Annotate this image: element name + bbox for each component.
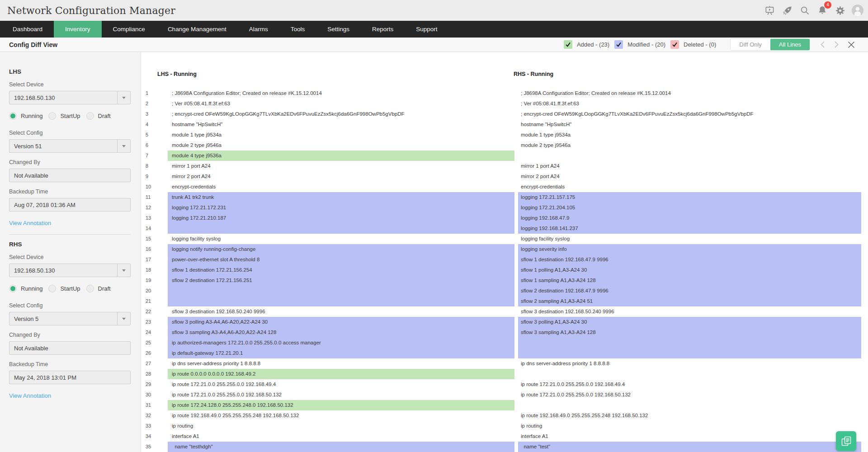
- line-number: 20: [146, 286, 163, 296]
- notification-badge: 4: [824, 1, 831, 9]
- line-number: 29: [146, 379, 163, 390]
- lhs-device-select[interactable]: 192.168.50.130: [9, 91, 131, 104]
- filter-modified-checkbox[interactable]: [614, 40, 623, 49]
- nav-item-tools[interactable]: Tools: [279, 21, 316, 38]
- search-icon[interactable]: [799, 5, 811, 16]
- lhs-radio-running[interactable]: Running: [9, 112, 42, 120]
- line-number: 8: [146, 161, 163, 171]
- rhs-line: sflow 3 sampling A1,A3-A24 128: [518, 327, 861, 338]
- rhs-radio-draft[interactable]: Draft: [86, 285, 111, 292]
- radio-circle: [9, 285, 17, 292]
- diff-fab-button[interactable]: [836, 431, 856, 451]
- diff-row: 13logging 172.21.210.187logging 192.168.…: [141, 213, 868, 223]
- filter-added-checkbox[interactable]: [564, 40, 572, 49]
- nav-item-reports[interactable]: Reports: [361, 21, 405, 38]
- app-window: Network Configuration Manager: [0, 0, 868, 452]
- lhs-backedup-time-value: Aug 07, 2018 01:36 AM: [9, 198, 131, 212]
- filter-deleted-checkbox[interactable]: [670, 40, 679, 49]
- radio-circle: [9, 112, 17, 120]
- rhs-config-type-radios: RunningStartUpDraft: [9, 285, 131, 292]
- line-number: 2: [146, 99, 163, 109]
- diff-row: 32ip route 192.168.49.0 255.255.255.248 …: [141, 410, 868, 421]
- rhs-line: sflow 1 polling A1,A3-A24 30: [518, 265, 861, 275]
- notifications-bell-icon[interactable]: 4: [816, 5, 828, 16]
- diff-row: 33ip routingip routing: [141, 421, 868, 431]
- diff-row: 10encrypt-credentialsencrypt-credentials: [141, 182, 868, 192]
- radio-circle: [48, 285, 56, 292]
- app-title: Network Configuration Manager: [7, 5, 175, 16]
- radio-label: StartUp: [60, 285, 80, 292]
- lhs-line: module 1 type j9534a: [168, 130, 514, 140]
- rhs-line: encrypt-credentials: [518, 182, 861, 192]
- lhs-line: name "testhdgh": [168, 442, 514, 452]
- lhs-radio-startup[interactable]: StartUp: [48, 112, 80, 120]
- nav-item-compliance[interactable]: Compliance: [102, 21, 156, 38]
- nav-item-change-management[interactable]: Change Management: [156, 21, 238, 38]
- diff-row: 27ip dns server-address priority 1 8.8.8…: [141, 358, 868, 369]
- close-icon[interactable]: [844, 41, 859, 49]
- lhs-line: ip route 172.21.0.0 255.255.0.0 192.168.…: [168, 390, 514, 400]
- diff-row: 35 name "testhdgh" name "test": [141, 442, 868, 452]
- lhs-radio-draft[interactable]: Draft: [86, 112, 111, 120]
- rhs-line: sflow 1 sampling A1,A3-A24 128: [518, 275, 861, 286]
- nav-item-support[interactable]: Support: [405, 21, 448, 38]
- nav-item-settings[interactable]: Settings: [316, 21, 361, 38]
- nav-item-alarms[interactable]: Alarms: [238, 21, 279, 38]
- chevron-down-icon: [117, 264, 130, 277]
- diff-row: 31ip route 172.24.128.0 255.255.248.0 19…: [141, 400, 868, 410]
- diff-row: 4hostname "HpSwitcH"hostname "HpSwitcH": [141, 119, 868, 130]
- rhs-radio-running[interactable]: Running: [9, 285, 42, 292]
- diff-row: 7module 4 type j9536a: [141, 151, 868, 161]
- rhs-line: name "test": [518, 442, 861, 452]
- presentation-icon[interactable]: [764, 5, 775, 16]
- rhs-config-select[interactable]: Version 5: [9, 312, 131, 325]
- rhs-line: interface A1: [518, 431, 861, 442]
- diff-row: 11trunk A1 trk2 trunklogging 172.21.157.…: [141, 192, 868, 202]
- toolbar-right: Added - (23)Modified - (20)Deleted - (0)…: [564, 38, 859, 51]
- nav-item-inventory[interactable]: Inventory: [54, 21, 102, 38]
- diff-only-button[interactable]: Diff Only: [731, 38, 770, 51]
- rhs-radio-startup[interactable]: StartUp: [48, 285, 80, 292]
- lhs-line: ip default-gateway 172.21.20.1: [168, 348, 514, 358]
- line-number: 32: [146, 410, 163, 421]
- lhs-line: ip authorized-managers 172.21.0.0 255.25…: [168, 338, 514, 348]
- user-avatar[interactable]: [852, 5, 863, 16]
- lhs-panel: LHSSelect Device192.168.50.130RunningSta…: [9, 68, 131, 227]
- lhs-line: logging notify running-config-change: [168, 244, 514, 254]
- diff-row: 3; encrypt-cred OFeW59KgLOopGGKg7TLvXbKa…: [141, 109, 868, 119]
- lhs-line: ; Ver #05:08.41.ff.3f.ef:63: [168, 99, 514, 109]
- rhs-line: module 2 type j9546a: [518, 140, 861, 151]
- lhs-line: sflow 3 polling A3-A4,A6-A20,A22-A24 30: [168, 317, 514, 327]
- rhs-line: module 1 type j9534a: [518, 130, 861, 140]
- settings-gear-icon[interactable]: [834, 5, 846, 16]
- rocket-icon[interactable]: [781, 5, 793, 16]
- diff-row: 28ip route 0.0.0.0 0.0.0.0 192.168.49.2: [141, 369, 868, 379]
- lhs-line: interface A1: [168, 431, 514, 442]
- rhs-line: mirror 1 port A24: [518, 161, 861, 171]
- rhs-line: sflow 2 destination 192.168.47.9 9996: [518, 286, 861, 296]
- lhs-line: logging 172.21.172.231: [168, 202, 514, 213]
- rhs-line: [518, 338, 861, 348]
- lhs-view-annotation-link[interactable]: View Annotation: [9, 220, 51, 226]
- chevron-down-icon: [117, 91, 130, 104]
- diff-row: 8mirror 1 port A24mirror 1 port A24: [141, 161, 868, 171]
- lhs-config-select[interactable]: Version 51: [9, 139, 131, 153]
- next-diff-icon[interactable]: [830, 41, 844, 48]
- header-icons: 4: [764, 5, 863, 16]
- previous-diff-icon[interactable]: [816, 41, 830, 48]
- nav-item-dashboard[interactable]: Dashboard: [1, 21, 54, 38]
- rhs-device-select[interactable]: 192.168.50.130: [9, 264, 131, 277]
- all-lines-button[interactable]: All Lines: [770, 38, 810, 51]
- lhs-section-title: LHS: [9, 68, 131, 75]
- line-number: 23: [146, 317, 163, 327]
- rhs-changed-by-value: Not Available: [9, 341, 131, 355]
- line-number: 3: [146, 109, 163, 119]
- lhs-changed-by-value: Not Available: [9, 169, 131, 182]
- line-number: 30: [146, 390, 163, 400]
- diff-row: 17power-over-ethernet slot A threshold 8…: [141, 254, 868, 265]
- rhs-line: [518, 151, 861, 161]
- line-number: 16: [146, 244, 163, 254]
- diff-row: 1; J8698A Configuration Editor; Created …: [141, 88, 868, 99]
- backedup-time-label: Backedup Time: [9, 188, 131, 195]
- rhs-view-annotation-link[interactable]: View Annotation: [9, 392, 51, 399]
